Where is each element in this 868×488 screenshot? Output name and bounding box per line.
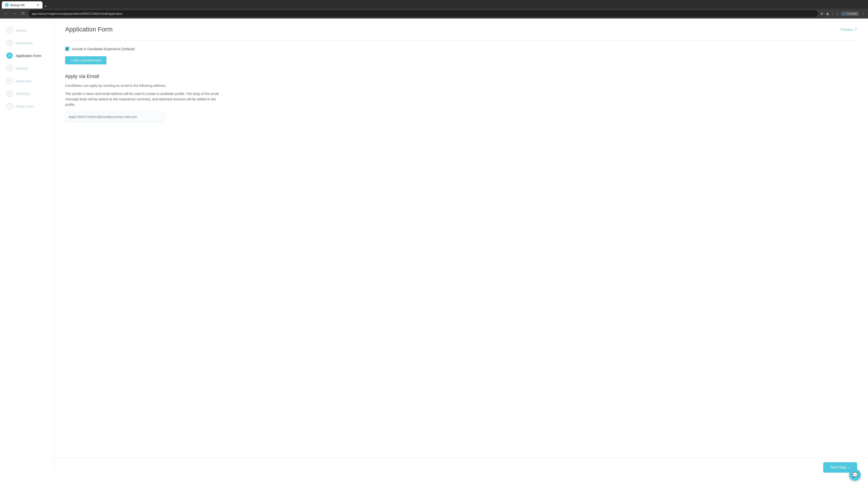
sidebar-label-advertise: Advertise: [16, 92, 30, 96]
sidebar-item-advertise[interactable]: 6 Advertise: [0, 87, 54, 100]
incognito-label: Incognito: [847, 12, 857, 15]
url-text: app.breezy.hr/app/c/moodjoy/positions/59…: [32, 12, 123, 15]
tab-title: Breezy HR: [10, 3, 25, 7]
active-tab[interactable]: B Breezy HR ✕: [2, 1, 42, 8]
page-header: Application Form Preview ↗: [65, 26, 857, 33]
step-circle-details: 1: [6, 27, 13, 33]
apply-email-desc2: The sender’s name and email address will…: [65, 91, 219, 107]
apply-email-desc1: Candidates can apply by sending an email…: [65, 83, 219, 88]
apply-via-email-title: Apply via Email: [65, 73, 857, 79]
preview-label: Preview: [841, 28, 853, 31]
menu-icon[interactable]: ⋮: [862, 11, 865, 16]
sidebar-label-hiring-team: Hiring Team: [16, 104, 34, 108]
footer-bar: Next Step ›: [54, 457, 868, 477]
step-circle-advertise: 6: [6, 90, 13, 97]
sidebar-label-pipeline: Pipeline: [16, 66, 28, 70]
new-tab-button[interactable]: +: [44, 4, 47, 8]
next-step-label: Next Step: [831, 465, 846, 469]
step-circle-hiring-team: 7: [6, 103, 13, 109]
back-button[interactable]: ←: [3, 11, 9, 16]
add-questionnaire-button[interactable]: + Add a Questionnaire: [65, 56, 106, 64]
chat-icon: 💬: [852, 472, 858, 477]
candidate-experience-row: Include in Candidate Experience (Default…: [65, 47, 857, 51]
step-circle-pipeline: 4: [6, 65, 13, 71]
download-icon[interactable]: ↓: [832, 11, 833, 15]
bookmark-icon[interactable]: ★: [820, 11, 824, 16]
sidebar-item-pipeline[interactable]: 4 Pipeline: [0, 62, 54, 74]
sidebar: 1 Details 2 Description 3 Application Fo…: [0, 19, 54, 477]
checkbox-label: Include in Candidate Experience (Default…: [72, 47, 135, 51]
app-layout: 1 Details 2 Description 3 Application Fo…: [0, 19, 868, 477]
step-circle-description: 2: [6, 40, 13, 46]
address-bar-row: ← → ↻ app.breezy.hr/app/c/moodjoy/positi…: [0, 8, 868, 19]
browser-toolbar-icons: ★ ◆ ↓ □ 👤 Incognito ⋮: [820, 11, 865, 16]
sidebar-label-details: Details: [16, 29, 26, 32]
preview-link[interactable]: Preview ↗: [841, 27, 857, 31]
layout-icon[interactable]: □: [836, 11, 838, 15]
sidebar-item-hiring-team[interactable]: 7 Hiring Team: [0, 100, 54, 112]
sidebar-label-application-form: Application Form: [16, 54, 41, 58]
forward-button[interactable]: →: [11, 11, 18, 16]
apply-email-input[interactable]: [65, 112, 164, 122]
incognito-badge: 👤 Incognito: [841, 11, 859, 16]
sidebar-item-details[interactable]: 1 Details: [0, 24, 54, 37]
sidebar-item-application-form[interactable]: 3 Application Form: [0, 49, 54, 62]
page-title: Application Form: [65, 26, 113, 33]
external-link-icon: ↗: [854, 27, 857, 31]
incognito-icon: 👤: [843, 12, 846, 15]
tab-close-button[interactable]: ✕: [37, 3, 39, 7]
sidebar-item-screening[interactable]: 5 Screening: [0, 74, 54, 87]
next-step-chevron-icon: ›: [849, 465, 850, 469]
sidebar-label-screening: Screening: [16, 79, 31, 83]
address-bar[interactable]: app.breezy.hr/app/c/moodjoy/positions/59…: [29, 10, 818, 17]
divider: [65, 40, 857, 40]
main-content: Application Form Preview ↗ Include in Ca…: [54, 19, 868, 457]
browser-tab-bar: B Breezy HR ✕ +: [0, 0, 868, 8]
email-input-wrapper: [65, 112, 857, 122]
include-candidate-experience-checkbox[interactable]: [65, 47, 69, 51]
tab-favicon: B: [5, 3, 8, 7]
step-circle-screening: 5: [6, 78, 13, 84]
extensions-icon[interactable]: ◆: [826, 11, 829, 16]
sidebar-item-description[interactable]: 2 Description: [0, 37, 54, 49]
sidebar-label-description: Description: [16, 41, 33, 45]
refresh-button[interactable]: ↻: [20, 11, 26, 16]
step-circle-application-form: 3: [6, 53, 13, 59]
